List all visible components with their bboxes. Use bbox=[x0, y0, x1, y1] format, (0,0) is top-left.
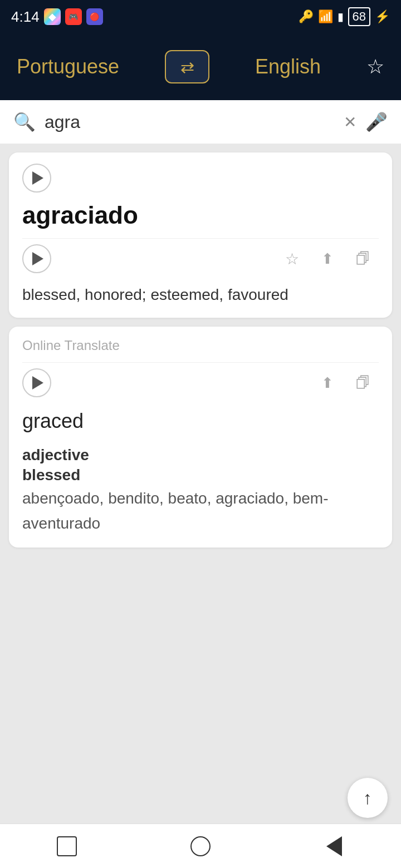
play-pronunciation-button[interactable] bbox=[22, 244, 51, 273]
signal-icon: ▮ bbox=[338, 10, 344, 23]
charging-icon: ⚡ bbox=[375, 9, 390, 24]
status-right: 🔑 📶 ▮ 68 ⚡ bbox=[299, 7, 390, 26]
back-button[interactable] bbox=[317, 830, 351, 863]
circle-icon bbox=[190, 836, 211, 856]
source-language[interactable]: Portuguese bbox=[17, 55, 119, 78]
wifi-icon: 📶 bbox=[318, 9, 333, 24]
search-bar: 🔍 ✕ 🎤 bbox=[0, 100, 401, 144]
bottom-navigation bbox=[0, 823, 401, 868]
online-translation-text: graced bbox=[22, 410, 379, 433]
divider bbox=[22, 238, 379, 239]
part-of-speech: adjective bbox=[22, 446, 379, 464]
app-icon-gamecontroller: 🎮 bbox=[65, 8, 82, 25]
copy-button[interactable]: 🗍 bbox=[348, 243, 379, 274]
word-card: agraciado ☆ ⬆ 🗍 blessed, honored; esteem… bbox=[9, 152, 392, 318]
share-icon: ⬆ bbox=[321, 250, 334, 268]
synonym-list: abençoado, bendito, beato, agraciado, be… bbox=[22, 486, 379, 536]
home-button[interactable] bbox=[184, 830, 217, 863]
online-share-button[interactable]: ⬆ bbox=[312, 367, 343, 398]
online-actions-row: ⬆ 🗍 bbox=[22, 367, 379, 398]
play-icon bbox=[32, 171, 43, 185]
play-icon-2 bbox=[32, 252, 43, 265]
online-copy-icon: 🗍 bbox=[356, 374, 370, 392]
play-pronunciation-button-top[interactable] bbox=[22, 164, 51, 193]
star-icon: ☆ bbox=[285, 250, 299, 268]
scroll-to-top-button[interactable]: ↑ bbox=[348, 778, 388, 818]
status-bar: 4:14 ◆ 🎮 🔴 🔑 📶 ▮ 68 ⚡ bbox=[0, 0, 401, 33]
divider-2 bbox=[22, 362, 379, 363]
app-icon-live: 🔴 bbox=[86, 8, 103, 25]
swap-language-button[interactable]: ⇄ bbox=[165, 50, 209, 83]
copy-icon: 🗍 bbox=[356, 250, 370, 268]
share-button[interactable]: ⬆ bbox=[312, 243, 343, 274]
content-area: agraciado ☆ ⬆ 🗍 blessed, honored; esteem… bbox=[0, 144, 401, 868]
favorite-button[interactable]: ☆ bbox=[276, 243, 307, 274]
recent-apps-button[interactable] bbox=[50, 830, 84, 863]
battery-display: 68 bbox=[348, 7, 370, 26]
online-copy-button[interactable]: 🗍 bbox=[348, 367, 379, 398]
synonym-label: blessed bbox=[22, 466, 379, 484]
vpn-icon: 🔑 bbox=[299, 9, 314, 24]
square-icon bbox=[57, 836, 77, 856]
online-share-icon: ⬆ bbox=[321, 374, 334, 392]
app-icon-siri: ◆ bbox=[44, 8, 61, 25]
online-translate-card: Online Translate ⬆ 🗍 graced adjective bl… bbox=[9, 327, 392, 548]
scroll-top-arrow-icon: ↑ bbox=[363, 788, 372, 808]
search-input[interactable] bbox=[45, 112, 335, 132]
microphone-icon[interactable]: 🎤 bbox=[365, 111, 388, 132]
translation-text: blessed, honored; esteemed, favoured bbox=[22, 283, 379, 307]
search-icon: 🔍 bbox=[13, 111, 36, 132]
nav-bar: Portuguese ⇄ English ☆ bbox=[0, 33, 401, 100]
time-display: 4:14 bbox=[11, 8, 40, 26]
favorites-star-icon[interactable]: ☆ bbox=[366, 55, 384, 78]
swap-icon: ⇄ bbox=[180, 57, 194, 77]
target-language[interactable]: English bbox=[255, 55, 321, 78]
play-icon-3 bbox=[32, 376, 43, 389]
online-play-button[interactable] bbox=[22, 368, 51, 397]
word-heading: agraciado bbox=[22, 201, 379, 229]
clear-search-icon[interactable]: ✕ bbox=[344, 113, 356, 131]
word-actions-row: ☆ ⬆ 🗍 bbox=[22, 243, 379, 274]
triangle-icon bbox=[326, 836, 342, 856]
online-translate-label: Online Translate bbox=[22, 338, 379, 353]
status-left: 4:14 ◆ 🎮 🔴 bbox=[11, 8, 103, 26]
